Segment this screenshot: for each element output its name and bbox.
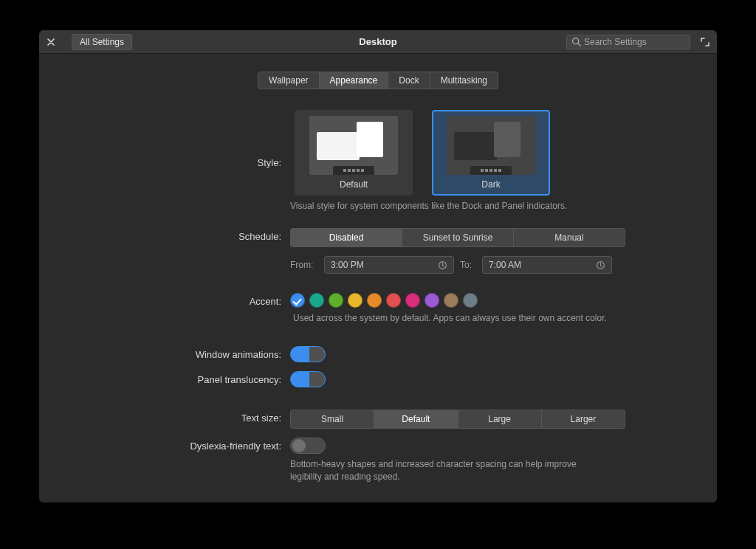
accent-swatch-green[interactable] — [329, 293, 343, 308]
all-settings-button[interactable]: All Settings — [72, 34, 132, 50]
accent-swatch-brown[interactable] — [444, 293, 458, 308]
tab-dock[interactable]: Dock — [388, 72, 430, 89]
window-animations-label: Window animations: — [39, 346, 290, 360]
text-size-label: Text size: — [39, 410, 290, 424]
schedule-label: Schedule: — [39, 228, 290, 242]
search-input[interactable] — [584, 37, 685, 47]
titlebar: All Settings Desktop — [39, 30, 717, 54]
style-label: Style: — [39, 110, 290, 168]
style-option-dark[interactable]: Dark — [427, 110, 550, 196]
style-row: Style: DefaultDark Visual style for syst… — [39, 106, 717, 216]
schedule-to-field[interactable]: 7:00 AM — [482, 256, 612, 274]
accent-swatch-teal[interactable] — [309, 293, 324, 308]
accent-swatch-orange[interactable] — [367, 293, 382, 308]
clock-icon — [596, 260, 605, 270]
window-animations-toggle[interactable] — [290, 346, 326, 362]
accent-help-text: Used across the system by default. Apps … — [293, 312, 607, 324]
text-size-option-default[interactable]: Default — [374, 410, 458, 428]
dyslexia-toggle[interactable] — [290, 438, 326, 454]
style-option-default[interactable]: Default — [290, 110, 413, 196]
dyslexia-row: Dyslexia-friendly text: Bottom-heavy sha… — [39, 433, 717, 486]
dyslexia-label: Dyslexia-friendly text: — [39, 438, 290, 452]
schedule-option-sunset[interactable]: Sunset to Sunrise — [402, 229, 514, 246]
style-option-label: Dark — [438, 179, 544, 190]
schedule-to-label: To: — [460, 260, 476, 270]
accent-swatch-blue[interactable] — [290, 293, 305, 308]
schedule-to-value: 7:00 AM — [489, 260, 521, 270]
panel-translucency-label: Panel translucency: — [39, 371, 290, 385]
tab-multitasking[interactable]: Multitasking — [430, 72, 498, 89]
panel-translucency-toggle[interactable] — [290, 371, 326, 387]
schedule-option-disabled[interactable]: Disabled — [291, 229, 402, 246]
close-button[interactable] — [44, 35, 58, 49]
search-field[interactable] — [566, 35, 690, 49]
accent-swatch-red[interactable] — [386, 293, 401, 308]
style-thumbnail-default[interactable]: Default — [295, 110, 413, 196]
close-icon — [47, 38, 55, 46]
schedule-from-field[interactable]: 3:00 PM — [324, 256, 454, 274]
window-animations-row: Window animations: — [39, 342, 717, 367]
accent-swatch-slate[interactable] — [463, 293, 478, 308]
schedule-row: Schedule: DisabledSunset to SunriseManua… — [39, 224, 717, 278]
search-icon — [571, 37, 581, 46]
schedule-from-label: From: — [290, 260, 318, 270]
panel-translucency-row: Panel translucency: — [39, 367, 717, 392]
text-size-option-large[interactable]: Large — [458, 410, 542, 428]
style-thumbnail-dark[interactable]: Dark — [432, 110, 550, 196]
maximize-icon — [701, 38, 709, 46]
schedule-from-value: 3:00 PM — [331, 260, 364, 270]
schedule-option-manual[interactable]: Manual — [514, 229, 625, 246]
clock-icon — [438, 260, 447, 270]
accent-swatch-yellow[interactable] — [348, 293, 362, 308]
accent-swatch-purple[interactable] — [425, 293, 439, 308]
settings-window: All Settings Desktop WallpaperAppearance… — [39, 30, 717, 503]
dyslexia-help-text: Bottom-heavy shapes and increased charac… — [290, 458, 600, 482]
style-option-label: Default — [300, 179, 407, 190]
maximize-button[interactable] — [698, 35, 712, 49]
style-help-text: Visual style for system components like … — [290, 200, 567, 212]
text-size-row: Text size: SmallDefaultLargeLarger — [39, 405, 717, 433]
text-size-option-larger[interactable]: Larger — [542, 410, 625, 428]
content-area: WallpaperAppearanceDockMultitasking Styl… — [39, 54, 717, 503]
text-size-option-small[interactable]: Small — [291, 410, 374, 428]
tab-wallpaper[interactable]: Wallpaper — [258, 72, 320, 89]
accent-row: Accent: Used across the system by defaul… — [39, 289, 717, 328]
category-tabs: WallpaperAppearanceDockMultitasking — [39, 72, 717, 89]
accent-swatch-pink[interactable] — [405, 293, 420, 308]
accent-label: Accent: — [39, 293, 290, 307]
tab-appearance[interactable]: Appearance — [320, 72, 389, 89]
